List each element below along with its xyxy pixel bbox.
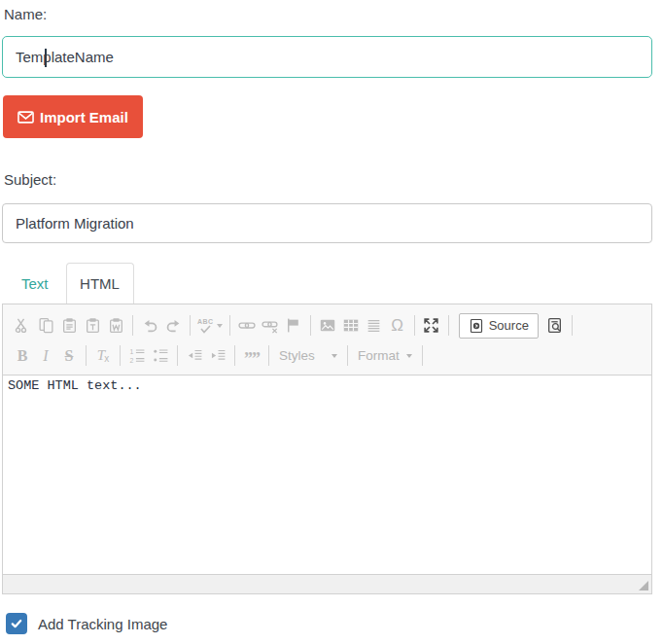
subject-input-value: Platform Migration xyxy=(16,215,134,232)
subject-input[interactable]: Platform Migration xyxy=(2,203,652,243)
link-icon xyxy=(238,317,256,334)
maximize-button[interactable] xyxy=(420,313,443,339)
bold-button[interactable]: B xyxy=(11,343,34,369)
toolbar-separator xyxy=(572,315,573,336)
insert-image-button[interactable] xyxy=(316,313,339,339)
paste-plain-text-button[interactable] xyxy=(81,313,104,339)
html-editor: ABC xyxy=(2,304,652,594)
undo-icon xyxy=(142,317,158,334)
paste-plain-text-icon xyxy=(85,317,101,334)
numbered-list-icon: 1 2 xyxy=(129,347,146,364)
styles-dropdown-label: Styles xyxy=(279,348,315,363)
source-code-textarea[interactable]: SOME HTML text... xyxy=(3,376,651,574)
blockquote-button[interactable]: ”” xyxy=(240,343,263,369)
import-email-button[interactable]: Import Email xyxy=(3,95,143,138)
preview-button[interactable] xyxy=(543,313,567,339)
name-label: Name: xyxy=(4,0,652,22)
toolbar-row-2: B I S T x 1 2 xyxy=(11,340,644,371)
special-character-button[interactable]: Ω xyxy=(386,313,409,339)
chevron-down-icon xyxy=(332,354,337,358)
copy-icon xyxy=(38,317,54,334)
toolbar-separator xyxy=(190,315,191,336)
spellcheck-icon: ABC xyxy=(197,318,214,334)
add-tracking-image-label: Add Tracking Image xyxy=(38,616,167,632)
bold-icon: B xyxy=(17,348,28,364)
paste-icon xyxy=(61,317,78,334)
resize-handle[interactable] xyxy=(639,581,648,590)
anchor-button[interactable] xyxy=(282,313,305,339)
decrease-indent-button[interactable] xyxy=(183,343,206,369)
svg-text:2: 2 xyxy=(129,357,133,364)
toolbar-separator xyxy=(177,345,178,366)
blockquote-icon: ”” xyxy=(244,350,260,368)
toolbar-separator xyxy=(86,345,87,366)
toolbar-row-1: ABC xyxy=(11,310,644,340)
editor-status-bar xyxy=(3,574,651,593)
editor-mode-tabs: Text HTML xyxy=(2,263,652,304)
cut-button[interactable] xyxy=(11,313,34,339)
paste-from-word-icon xyxy=(108,317,124,334)
name-input[interactable]: TemplateName xyxy=(2,36,652,78)
paste-from-word-button[interactable] xyxy=(104,313,127,339)
toolbar-separator xyxy=(120,345,121,366)
increase-indent-icon xyxy=(210,347,227,364)
remove-format-button[interactable]: T x xyxy=(91,343,115,369)
unlink-button[interactable] xyxy=(259,313,282,339)
numbered-list-button[interactable]: 1 2 xyxy=(125,343,149,369)
toolbar-separator xyxy=(414,315,415,336)
toolbar-separator xyxy=(234,345,235,366)
redo-icon xyxy=(165,317,182,334)
undo-button[interactable] xyxy=(138,313,161,339)
horizontal-rule-button[interactable] xyxy=(363,313,386,339)
horizontal-rule-icon xyxy=(366,317,382,334)
toolbar-separator xyxy=(310,315,311,336)
toolbar-separator xyxy=(448,315,449,336)
name-input-value: TemplateName xyxy=(16,49,114,65)
italic-button[interactable]: I xyxy=(34,343,57,369)
toolbar-separator xyxy=(229,315,230,336)
source-icon xyxy=(469,318,484,334)
chevron-down-icon xyxy=(217,324,223,328)
unlink-icon xyxy=(262,317,279,334)
strikethrough-icon: S xyxy=(65,348,74,364)
source-button-label: Source xyxy=(489,318,529,333)
strikethrough-button[interactable]: S xyxy=(57,343,81,369)
maximize-icon xyxy=(423,317,439,334)
source-button[interactable]: Source xyxy=(459,313,539,339)
checkmark-icon xyxy=(10,617,23,630)
italic-icon: I xyxy=(43,348,48,364)
format-dropdown[interactable]: Format xyxy=(353,344,417,368)
envelope-icon xyxy=(17,109,34,125)
redo-button[interactable] xyxy=(161,313,185,339)
toolbar-separator xyxy=(132,315,133,336)
svg-text:1: 1 xyxy=(129,348,133,355)
increase-indent-button[interactable] xyxy=(206,343,229,369)
spellcheck-button[interactable]: ABC xyxy=(195,313,225,339)
format-dropdown-label: Format xyxy=(358,348,400,363)
omega-icon: Ω xyxy=(391,316,403,336)
preview-icon xyxy=(546,317,563,334)
styles-dropdown[interactable]: Styles xyxy=(274,344,342,368)
link-button[interactable] xyxy=(235,313,259,339)
table-icon xyxy=(342,317,360,334)
template-editor-form: Name: TemplateName Import Email Subject:… xyxy=(2,0,652,634)
add-tracking-image-checkbox[interactable] xyxy=(6,613,27,634)
import-email-label: Import Email xyxy=(40,109,128,125)
toolbar-separator xyxy=(268,345,269,366)
paste-button[interactable] xyxy=(57,313,81,339)
tab-text[interactable]: Text xyxy=(2,263,66,304)
image-icon xyxy=(319,317,336,334)
anchor-flag-icon xyxy=(285,317,301,334)
toolbar-separator xyxy=(422,345,423,366)
chevron-down-icon xyxy=(406,354,412,358)
editor-toolbar: ABC xyxy=(3,304,651,376)
subject-label: Subject: xyxy=(4,165,652,188)
copy-button[interactable] xyxy=(34,313,57,339)
text-cursor xyxy=(45,49,47,67)
bullet-list-button[interactable] xyxy=(149,343,172,369)
decrease-indent-icon xyxy=(187,347,203,364)
tab-html[interactable]: HTML xyxy=(66,263,134,304)
insert-table-button[interactable] xyxy=(339,313,363,339)
tracking-option: Add Tracking Image xyxy=(6,613,652,634)
bullet-list-icon xyxy=(153,347,169,364)
